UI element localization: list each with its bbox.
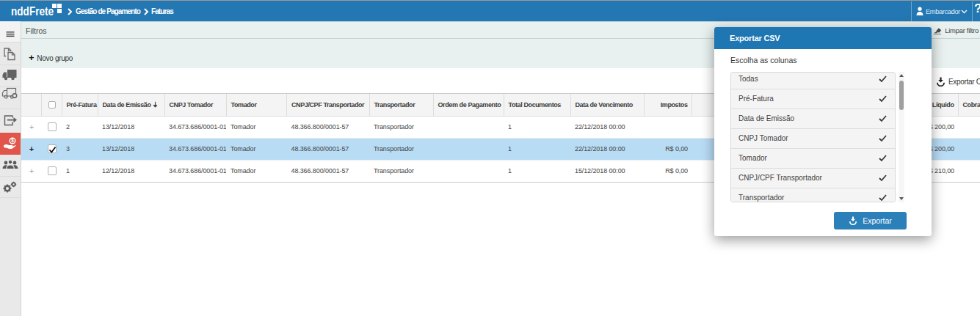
svg-text:$: $ bbox=[11, 138, 14, 144]
